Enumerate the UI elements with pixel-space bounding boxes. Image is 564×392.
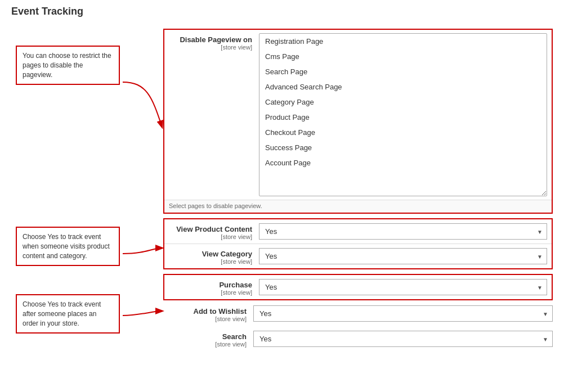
add-to-wishlist-group: Add to Wishlist [store view] Yes No (163, 301, 553, 326)
list-item[interactable]: Advanced Search Page (259, 79, 547, 94)
add-to-wishlist-label: Add to Wishlist (163, 307, 247, 316)
purchase-select[interactable]: Yes No (259, 279, 547, 295)
search-group: Search [store view] Yes No (163, 327, 553, 351)
view-category-select[interactable]: Yes No (259, 248, 547, 264)
view-product-content-select[interactable]: Yes No (259, 223, 547, 240)
purchase-group: Purchase [store view] Yes No (163, 274, 553, 300)
list-item[interactable]: Account Page (259, 155, 547, 170)
view-category-label: View Category (169, 250, 252, 258)
disable-pageview-label: Disable Pageview on (169, 35, 252, 44)
list-item[interactable]: Category Page (259, 94, 547, 110)
list-item[interactable]: Search Page (259, 64, 547, 79)
view-product-content-store-view: [store view] (169, 233, 252, 240)
annotation-1: You can choose to restrict the pages to … (16, 46, 120, 85)
view-product-content-group: View Product Content [store view] Yes No (163, 218, 553, 269)
disable-pageview-listbox[interactable]: Registration Page Cms Page Search Page A… (259, 33, 547, 196)
search-select[interactable]: Yes No (253, 331, 553, 347)
search-store-view: [store view] (163, 341, 247, 348)
purchase-store-view: [store view] (169, 289, 252, 296)
list-item[interactable]: Success Page (259, 140, 547, 155)
list-item[interactable]: Registration Page (259, 34, 547, 49)
view-category-store-view: [store view] (169, 258, 252, 265)
disable-pageview-store-view: [store view] (169, 44, 252, 51)
list-item[interactable]: Checkout Page (259, 125, 547, 140)
listbox-hint: Select pages to disable pageview. (164, 200, 552, 213)
search-label: Search (163, 332, 247, 341)
purchase-label: Purchase (169, 281, 252, 289)
add-to-wishlist-select[interactable]: Yes No (253, 305, 553, 322)
list-item[interactable]: Cms Page (259, 49, 547, 64)
annotation-2: Choose Yes to track event when someone v… (16, 227, 120, 266)
disable-pageview-group: Disable Pageview on [store view] Registr… (163, 29, 553, 214)
list-item[interactable]: Product Page (259, 110, 547, 125)
page-title: Event Tracking (11, 6, 553, 17)
annotation-3: Choose Yes to track event after someone … (16, 294, 120, 334)
add-to-wishlist-store-view: [store view] (163, 316, 247, 322)
view-product-content-label: View Product Content (169, 225, 252, 233)
